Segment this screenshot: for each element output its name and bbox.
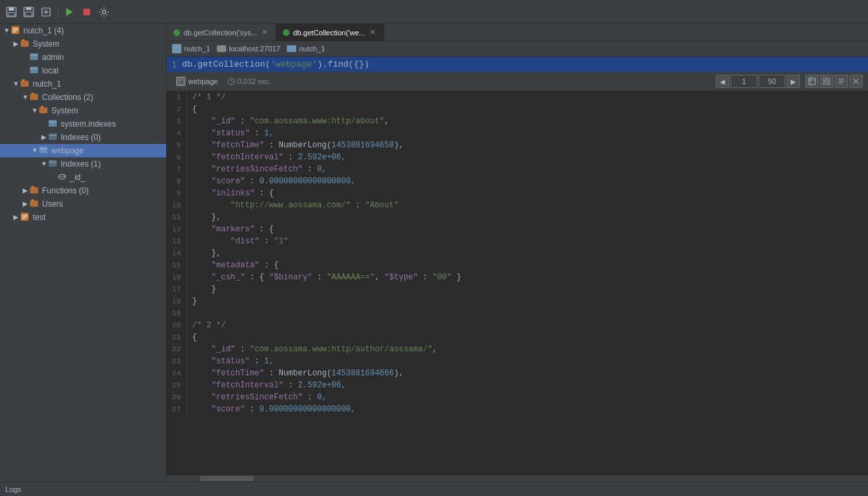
sidebar-label-nutch1: nutch_1 (4) <box>23 26 64 35</box>
line-content: "retriesSinceFetch" : 0, <box>192 163 868 175</box>
line-number: 21 <box>167 331 187 343</box>
svg-rect-15 <box>22 39 25 41</box>
svg-rect-37 <box>31 186 34 188</box>
svg-rect-12 <box>13 30 18 31</box>
results-time-icon: 0.032 sec. <box>228 77 272 85</box>
view-btn-tree[interactable] <box>820 75 833 88</box>
tab-1[interactable]: db.getCollection('sys... ✕ <box>167 24 276 41</box>
toolbar-btn-stop[interactable] <box>79 5 94 19</box>
code-line: 20/* 2 */ <box>167 319 868 331</box>
view-btn-extra[interactable] <box>849 75 863 88</box>
sidebar-item-id[interactable]: ▶ _id_ <box>0 171 166 184</box>
line-content: "fetchTime" : NumberLong(1453881694658), <box>192 139 868 151</box>
icon-system <box>20 39 31 49</box>
query-line-num: 1 <box>172 60 177 69</box>
prev-page-btn[interactable]: ◀ <box>716 75 729 88</box>
line-number: 25 <box>167 379 187 391</box>
sidebar-item-system2[interactable]: ▼ System <box>0 104 166 117</box>
line-number: 18 <box>167 295 187 307</box>
svg-rect-32 <box>49 160 57 167</box>
line-number: 15 <box>167 259 187 271</box>
next-page-btn[interactable]: ▶ <box>787 75 800 88</box>
arrow-webpage: ▼ <box>31 147 39 155</box>
sidebar-item-admin[interactable]: ▶ admin <box>0 51 166 64</box>
svg-rect-54 <box>827 78 830 81</box>
svg-rect-23 <box>31 93 34 95</box>
tab-2-label: db.getCollection('we... <box>293 29 365 37</box>
line-content: } <box>192 283 868 295</box>
sidebar-item-collections[interactable]: ▼ Collections (2) <box>0 91 166 104</box>
arrow-collections: ▼ <box>21 93 29 101</box>
svg-rect-30 <box>39 147 47 153</box>
toolbar-btn-save[interactable] <box>21 5 36 19</box>
line-number: 16 <box>167 271 187 283</box>
svg-rect-16 <box>30 53 38 60</box>
conn-collection: nutch_1 <box>299 45 325 53</box>
results-collection-name: webpage <box>188 77 218 85</box>
sidebar-label-functions: Functions (0) <box>42 186 89 195</box>
sidebar-item-local[interactable]: ▶ local <box>0 64 166 77</box>
sidebar-label-admin: admin <box>42 53 64 62</box>
connection-bar: nutch_1 localhost:27017 nutch_1 <box>167 41 868 57</box>
sidebar-item-indexes1[interactable]: ▼ Indexes (1) <box>0 157 166 171</box>
code-line: 27 "score" : 0.00000000000000000, <box>167 403 868 415</box>
line-content: { <box>192 331 868 343</box>
h-scrollbar-thumb[interactable] <box>200 476 254 481</box>
sidebar-item-nutch1b[interactable]: ▼ nutch_1 <box>0 77 166 91</box>
line-number: 8 <box>167 175 187 187</box>
code-line: 23 "status" : 1, <box>167 355 868 367</box>
svg-rect-8 <box>83 9 90 15</box>
query-method: db.getCollection( <box>182 59 271 69</box>
line-content: "_id" : "com.aossama.www:http/author/aos… <box>192 343 868 355</box>
line-content: } <box>192 295 868 307</box>
code-line: 24 "fetchTime" : NumberLong(145388169466… <box>167 367 868 379</box>
svg-rect-2 <box>8 13 15 16</box>
page-input[interactable] <box>731 75 757 88</box>
h-scrollbar[interactable] <box>167 475 868 481</box>
tab-1-label: db.getCollection('sys... <box>183 29 257 37</box>
line-content: "_id" : "com.aossama.www:http/about", <box>192 115 868 127</box>
sidebar-item-test[interactable]: ▶ test <box>0 211 166 224</box>
sidebar-item-sysindexes[interactable]: ▶ system.indexes <box>0 117 166 131</box>
toolbar-btn-export[interactable] <box>39 5 53 19</box>
line-number: 2 <box>167 103 187 115</box>
sidebar-item-functions[interactable]: ▶ Functions (0) <box>0 184 166 197</box>
view-btn-table[interactable] <box>805 75 819 88</box>
svg-rect-55 <box>823 82 826 85</box>
tab-1-close[interactable]: ✕ <box>260 28 269 37</box>
svg-rect-42 <box>22 217 27 218</box>
page-size-input[interactable] <box>759 75 785 88</box>
results-time: 0.032 sec. <box>238 77 272 85</box>
sidebar-item-nutch1[interactable]: ▼ nutch_1 (4) <box>0 24 166 37</box>
svg-rect-5 <box>25 12 32 16</box>
svg-rect-25 <box>41 106 43 108</box>
svg-rect-43 <box>22 218 25 219</box>
code-line: 15 "metadata" : { <box>167 259 868 271</box>
toolbar-btn-1[interactable] <box>4 5 19 19</box>
sidebar-item-system[interactable]: ▶ System <box>0 37 166 51</box>
results-bar: webpage 0.032 sec. ◀ ▶ <box>167 72 868 91</box>
view-btn-text[interactable] <box>835 75 848 88</box>
line-content: /* 1 */ <box>192 91 868 103</box>
code-area[interactable]: 1/* 1 */2{3 "_id" : "com.aossama.www:htt… <box>167 91 868 475</box>
toolbar-btn-settings[interactable] <box>97 5 111 19</box>
sidebar-item-indexes0[interactable]: ▶ Indexes (0) <box>0 131 166 144</box>
icon-users <box>29 199 40 209</box>
sidebar-item-webpage[interactable]: ▼ webpage <box>0 144 166 157</box>
tab-2-close[interactable]: ✕ <box>368 28 377 37</box>
sidebar-item-users[interactable]: ▶ Users <box>0 197 166 211</box>
sidebar-label-system: System <box>33 39 59 49</box>
svg-rect-14 <box>21 41 29 47</box>
query-collection-str: 'webpage' <box>270 59 317 69</box>
svg-rect-50 <box>809 78 815 85</box>
toolbar-btn-run[interactable] <box>62 5 77 19</box>
code-line: 22 "_id" : "com.aossama.www:http/author/… <box>167 343 868 355</box>
line-content: "_csh_" : { "$binary" : "AAAAAA==", "$ty… <box>192 271 868 283</box>
code-line: 8 "score" : 0.00000000000000000, <box>167 175 868 187</box>
sidebar-label-nutch1b: nutch_1 <box>33 79 61 89</box>
tab-2[interactable]: db.getCollection('we... ✕ <box>276 24 384 41</box>
query-brace: {} <box>354 59 364 69</box>
line-number: 14 <box>167 247 187 259</box>
main-area: ▼ nutch_1 (4) ▶ System ▶ admin ▶ <box>0 24 868 481</box>
results-collection-tab[interactable]: webpage <box>172 75 222 87</box>
